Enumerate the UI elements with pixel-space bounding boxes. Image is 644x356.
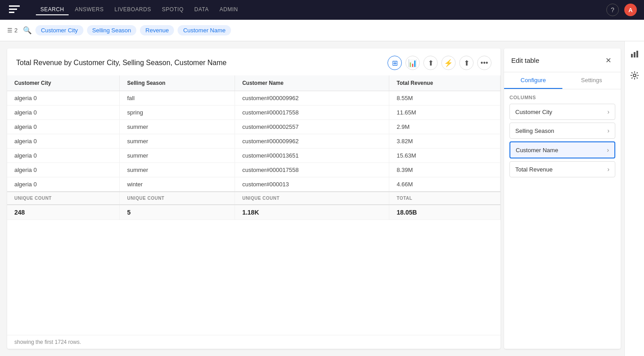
chart-view-btn[interactable]: 📊 xyxy=(405,56,420,70)
column-item-city[interactable]: Customer City › xyxy=(509,104,615,120)
nav-search[interactable]: SEARCH xyxy=(36,4,69,15)
help-button[interactable]: ? xyxy=(606,4,619,16)
table-row: algeria 0 fall customer#000009962 8.55M xyxy=(7,91,500,105)
column-item-revenue[interactable]: Total Revenue › xyxy=(509,161,615,177)
table-header-row: Customer City Selling Season Customer Na… xyxy=(7,75,500,91)
table-view-btn[interactable]: ⊞ xyxy=(387,56,402,70)
cell-city: algeria 0 xyxy=(7,149,120,163)
footer-value: 248 xyxy=(7,205,120,220)
user-avatar[interactable]: A xyxy=(624,4,637,16)
cell-revenue: 3.82M xyxy=(389,134,500,149)
column-item-customer[interactable]: Customer Name › xyxy=(509,141,615,158)
svg-rect-2 xyxy=(9,12,14,13)
column-revenue-label: Total Revenue xyxy=(515,166,553,173)
col-header-city[interactable]: Customer City xyxy=(7,75,120,91)
cell-revenue: 8.55M xyxy=(389,91,500,105)
edit-tabs: Configure Settings xyxy=(504,72,621,89)
column-city-label: Customer City xyxy=(515,109,552,115)
svg-rect-0 xyxy=(9,5,20,7)
chart-sidebar-icon[interactable] xyxy=(627,47,642,61)
cell-customer: customer#000013 xyxy=(235,177,389,192)
table-header: Total Revenue by Customer City, Selling … xyxy=(7,48,500,75)
search-counter: ☰ 2 xyxy=(7,27,17,34)
footer-value-row: 24851.18K18.05B xyxy=(7,205,500,220)
cell-revenue: 15.63M xyxy=(389,149,500,163)
search-tag-city[interactable]: Customer City xyxy=(35,25,83,35)
cell-customer: customer#000013651 xyxy=(235,149,389,163)
cell-city: algeria 0 xyxy=(7,163,120,177)
col-header-revenue[interactable]: Total Revenue xyxy=(389,75,500,91)
search-tag-revenue[interactable]: Revenue xyxy=(140,25,174,35)
cell-revenue: 4.66M xyxy=(389,177,500,192)
footer-value: 18.05B xyxy=(389,205,500,220)
edit-content: Columns Customer City › Selling Season ›… xyxy=(504,89,621,349)
cell-season: summer xyxy=(120,149,235,163)
column-season-label: Selling Season xyxy=(515,127,554,134)
close-panel-button[interactable]: ✕ xyxy=(603,55,614,66)
tab-settings[interactable]: Settings xyxy=(562,72,621,89)
footer-value: 5 xyxy=(120,205,235,220)
nav-data[interactable]: DATA xyxy=(190,4,213,15)
logo[interactable] xyxy=(7,3,22,17)
data-table-wrapper: Customer City Selling Season Customer Na… xyxy=(7,75,500,335)
filter-btn[interactable]: ⚡ xyxy=(441,56,456,70)
right-sidebar xyxy=(624,41,644,356)
upload-btn[interactable]: ⬆ xyxy=(423,56,438,70)
table-row: algeria 0 spring customer#000017558 11.6… xyxy=(7,105,500,120)
table-area: Total Revenue by Customer City, Selling … xyxy=(7,48,500,349)
chevron-right-icon: › xyxy=(607,146,609,154)
col-header-season[interactable]: Selling Season xyxy=(120,75,235,91)
footer-value: 1.18K xyxy=(235,205,389,220)
table-row: algeria 0 summer customer#000009962 3.82… xyxy=(7,134,500,149)
cell-city: algeria 0 xyxy=(7,105,120,120)
column-customer-label: Customer Name xyxy=(516,147,558,154)
cell-city: algeria 0 xyxy=(7,134,120,149)
svg-rect-4 xyxy=(634,52,635,57)
cell-season: spring xyxy=(120,105,235,120)
tab-configure[interactable]: Configure xyxy=(504,72,562,89)
main-container: Total Revenue by Customer City, Selling … xyxy=(0,41,644,356)
nav-spotiq[interactable]: SPOTIQ xyxy=(157,4,188,15)
svg-rect-3 xyxy=(631,54,633,57)
columns-label: Columns xyxy=(509,95,615,100)
share-btn[interactable]: ⬆ xyxy=(459,56,474,70)
data-table: Customer City Selling Season Customer Na… xyxy=(7,75,500,220)
table-title: Total Revenue by Customer City, Selling … xyxy=(16,59,226,67)
nav-liveboards[interactable]: LIVEBOARDS xyxy=(110,4,156,15)
nav-answers[interactable]: ANSWERS xyxy=(70,4,108,15)
cell-season: winter xyxy=(120,177,235,192)
cell-customer: customer#000009962 xyxy=(235,91,389,105)
svg-point-6 xyxy=(633,74,636,77)
top-navigation: SEARCH ANSWERS LIVEBOARDS SPOTIQ DATA AD… xyxy=(0,0,644,20)
table-row: algeria 0 summer customer#000002557 2.9M xyxy=(7,120,500,134)
chevron-right-icon: › xyxy=(607,127,609,134)
footer-label: UNIQUE COUNT xyxy=(120,192,235,205)
col-header-customer[interactable]: Customer Name xyxy=(235,75,389,91)
table-footnote: showing the first 1724 rows. xyxy=(7,335,500,349)
edit-panel-header: Edit table ✕ xyxy=(504,48,621,72)
search-bar: ☰ 2 🔍 Customer City Selling Season Reven… xyxy=(0,20,644,41)
footer-label: UNIQUE COUNT xyxy=(235,192,389,205)
chevron-right-icon: › xyxy=(607,166,609,173)
cell-customer: customer#000009962 xyxy=(235,134,389,149)
footer-label-row: UNIQUE COUNTUNIQUE COUNTUNIQUE COUNTTOTA… xyxy=(7,192,500,205)
edit-panel-title: Edit table xyxy=(511,57,540,64)
search-icon: 🔍 xyxy=(23,26,32,35)
table-row: algeria 0 winter customer#000013 4.66M xyxy=(7,177,500,192)
nav-links: SEARCH ANSWERS LIVEBOARDS SPOTIQ DATA AD… xyxy=(36,4,596,15)
column-item-season[interactable]: Selling Season › xyxy=(509,123,615,139)
svg-rect-1 xyxy=(9,9,17,10)
cell-city: algeria 0 xyxy=(7,177,120,192)
footer-label: UNIQUE COUNT xyxy=(7,192,120,205)
nav-admin[interactable]: ADMIN xyxy=(215,4,242,15)
cell-revenue: 2.9M xyxy=(389,120,500,134)
svg-rect-5 xyxy=(636,51,638,57)
table-row: algeria 0 summer customer#000013651 15.6… xyxy=(7,149,500,163)
settings-sidebar-icon[interactable] xyxy=(627,68,642,83)
footer-label: TOTAL xyxy=(389,192,500,205)
search-tag-season[interactable]: Selling Season xyxy=(87,25,137,35)
list-icon: ☰ xyxy=(7,27,13,34)
more-btn[interactable]: ••• xyxy=(477,56,492,70)
search-tag-customer[interactable]: Customer Name xyxy=(178,25,231,35)
chevron-right-icon: › xyxy=(607,108,609,115)
